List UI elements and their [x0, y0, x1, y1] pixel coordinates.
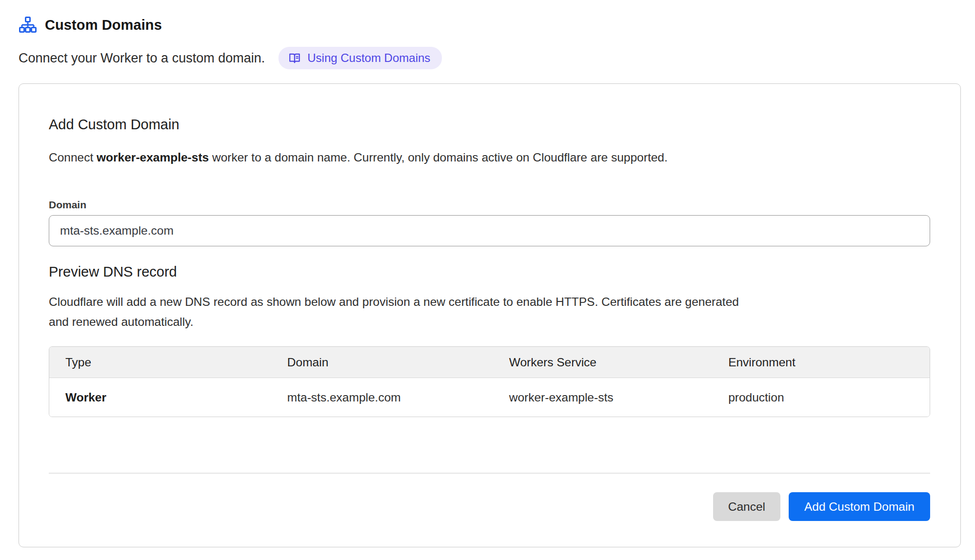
- intro-suffix: worker to a domain name. Currently, only…: [209, 151, 668, 164]
- page-title: Custom Domains: [45, 17, 162, 33]
- table-header-domain: Domain: [271, 356, 493, 369]
- dns-preview-table: Type Domain Workers Service Environment …: [49, 346, 930, 417]
- page-subtitle: Connect your Worker to a custom domain.: [19, 51, 265, 66]
- sitemap-icon: [19, 17, 37, 33]
- footer-divider: [49, 473, 930, 474]
- cell-environment: production: [712, 391, 930, 404]
- worker-name: worker-example-sts: [97, 151, 209, 164]
- page-header: Custom Domains: [19, 15, 960, 35]
- preview-dns-description: Cloudflare will add a new DNS record as …: [49, 292, 756, 332]
- cell-domain: mta-sts.example.com: [271, 391, 493, 404]
- table-row: Worker mta-sts.example.com worker-exampl…: [49, 378, 930, 417]
- table-header-row: Type Domain Workers Service Environment: [49, 347, 930, 378]
- domain-input[interactable]: [49, 215, 930, 246]
- book-open-icon: [288, 52, 301, 64]
- table-header-workers-service: Workers Service: [493, 356, 712, 369]
- add-custom-domain-button[interactable]: Add Custom Domain: [789, 492, 930, 521]
- docs-link-label: Using Custom Domains: [307, 51, 430, 65]
- table-header-type: Type: [49, 356, 271, 369]
- domain-field-label: Domain: [49, 199, 930, 211]
- page-subtitle-row: Connect your Worker to a custom domain. …: [19, 47, 960, 69]
- cancel-button[interactable]: Cancel: [713, 492, 780, 521]
- intro-prefix: Connect: [49, 151, 97, 164]
- add-custom-domain-card: Add Custom Domain Connect worker-example…: [19, 83, 961, 547]
- card-footer: Cancel Add Custom Domain: [49, 492, 930, 521]
- table-header-environment: Environment: [712, 356, 930, 369]
- cell-type: Worker: [49, 391, 271, 404]
- custom-domains-page: Custom Domains Connect your Worker to a …: [0, 0, 975, 560]
- preview-dns-heading: Preview DNS record: [49, 264, 930, 280]
- docs-link-badge[interactable]: Using Custom Domains: [279, 47, 442, 69]
- card-intro: Connect worker-example-sts worker to a d…: [49, 150, 930, 165]
- card-heading: Add Custom Domain: [49, 117, 930, 133]
- cell-workers-service: worker-example-sts: [493, 391, 712, 404]
